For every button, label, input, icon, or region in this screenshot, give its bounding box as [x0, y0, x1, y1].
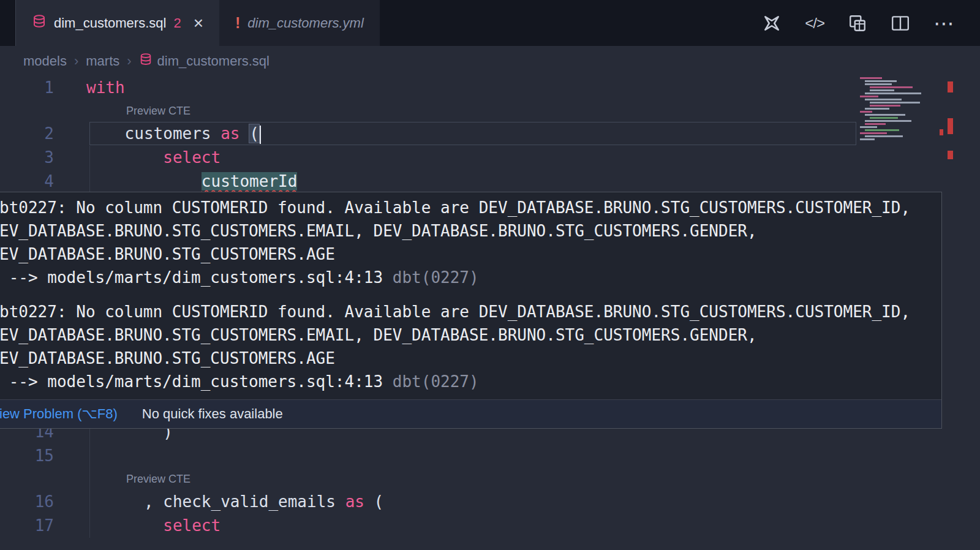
popup-body: bt0227: No column CUSTOMERID found. Avai…	[0, 192, 941, 393]
close-icon[interactable]: ×	[194, 15, 203, 32]
line-number: 16	[0, 490, 54, 514]
database-icon	[32, 14, 47, 32]
code-line[interactable]: 1with	[0, 76, 980, 100]
breadcrumb-models[interactable]: models	[23, 53, 67, 69]
line-number: 1	[0, 76, 54, 100]
tab-title: dim_customers.yml	[247, 15, 363, 31]
problem-hover-popup: bt0227: No column CUSTOMERID found. Avai…	[0, 192, 942, 429]
editor-actions: </> ⋯	[762, 0, 980, 46]
code-text: select	[86, 514, 221, 538]
error-ruler-mark	[948, 151, 953, 159]
line-number: 2	[0, 122, 54, 146]
error-token-customerid[interactable]: customerId	[202, 172, 298, 190]
line-number: 3	[0, 146, 54, 170]
tab-bar: dim_customers.sql 2 × ! dim_customers.ym…	[0, 0, 980, 46]
tab-dim-customers-sql[interactable]: dim_customers.sql 2 ×	[15, 0, 219, 46]
code-line[interactable]: 17 select	[0, 514, 980, 538]
indent-guide	[89, 146, 90, 194]
diagnostic-location: --> models/marts/dim_customers.sql:4:13 …	[0, 266, 941, 289]
codelens-preview-cte[interactable]: Preview CTE	[0, 100, 980, 122]
code-bottom-block: 14 ) 15 Preview CTE 16 , check_valid_ema…	[0, 420, 980, 538]
code-text: select	[86, 146, 221, 170]
minimap[interactable]	[860, 77, 944, 146]
code-text: , check_valid_emails as (	[86, 490, 383, 514]
tab-title: dim_customers.sql	[54, 15, 166, 31]
error-ruler-mark	[948, 118, 953, 134]
diagnostic-message: bt0227: No column CUSTOMERID found. Avai…	[0, 196, 941, 289]
line-number: 4	[0, 170, 54, 194]
warning-icon: !	[235, 14, 240, 32]
indent-guide	[89, 429, 90, 538]
code-text: with	[86, 76, 125, 100]
more-actions-icon[interactable]: ⋯	[933, 13, 954, 34]
breadcrumb-file[interactable]: dim_customers.sql	[139, 53, 270, 70]
popup-footer: iew Problem (⌥F8) No quick fixes availab…	[0, 399, 941, 428]
code-preview-icon[interactable]: </>	[805, 15, 824, 32]
diagnostic-source: dbt(0227)	[393, 268, 479, 287]
diagnostic-location: --> models/marts/dim_customers.sql:4:13 …	[0, 370, 941, 393]
no-quick-fixes-text: No quick fixes available	[142, 406, 283, 422]
code-line[interactable]: 16 , check_valid_emails as (	[0, 490, 980, 514]
split-editor-icon[interactable]	[891, 13, 910, 33]
database-icon	[139, 53, 153, 70]
text-cursor	[260, 126, 261, 144]
view-problem-link[interactable]: iew Problem (⌥F8)	[0, 406, 118, 422]
breadcrumb: models › marts › dim_customers.sql	[0, 46, 980, 76]
chevron-right-icon: ›	[127, 53, 131, 69]
tab-dim-customers-yml[interactable]: ! dim_customers.yml	[219, 0, 380, 46]
tab-strip-lead	[0, 0, 15, 46]
line-number: 17	[0, 514, 54, 538]
code-text: customers as (	[86, 122, 261, 146]
chevron-right-icon: ›	[74, 53, 78, 69]
code-line[interactable]: 3 select	[0, 146, 980, 170]
code-editor[interactable]: 1with Preview CTE 2 customers as ( 3 sel…	[0, 76, 980, 550]
diagnostic-message: bt0227: No column CUSTOMERID found. Avai…	[0, 300, 941, 393]
code-line[interactable]: 15	[0, 444, 980, 468]
code-text: customerId	[86, 170, 297, 194]
diagnostic-source: dbt(0227)	[393, 372, 479, 391]
error-ruler-mark	[948, 81, 953, 92]
code-line[interactable]: 4 customerId	[0, 170, 980, 194]
code-line-current[interactable]: 2 customers as (	[0, 122, 980, 146]
dbt-icon[interactable]	[762, 13, 782, 33]
modified-count-badge: 2	[173, 15, 181, 31]
copy-table-icon[interactable]	[848, 13, 867, 33]
codelens-preview-cte[interactable]: Preview CTE	[0, 468, 980, 490]
breadcrumb-marts[interactable]: marts	[86, 53, 119, 69]
code-top-block: 1with Preview CTE 2 customers as ( 3 sel…	[0, 76, 980, 194]
line-number: 15	[0, 444, 54, 468]
